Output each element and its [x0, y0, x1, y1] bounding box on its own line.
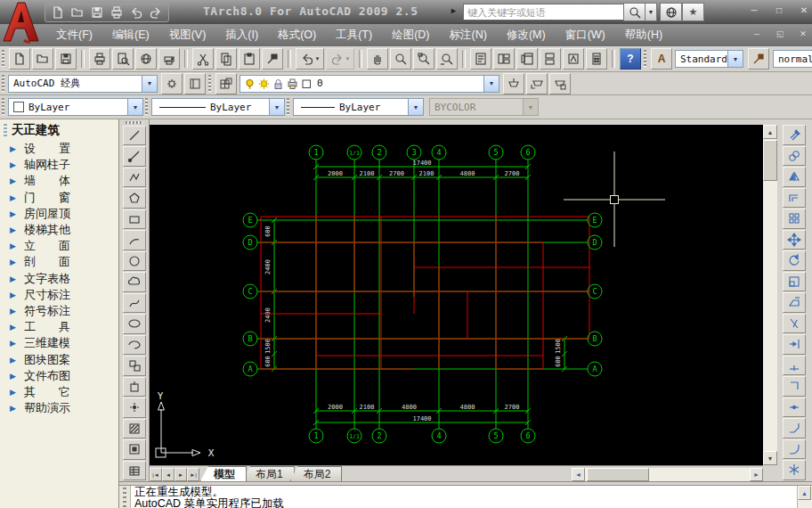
print-preview-button[interactable] [112, 48, 134, 70]
cut-button[interactable] [192, 48, 214, 70]
toolbar-grip[interactable] [2, 98, 4, 116]
match-properties-button[interactable] [262, 48, 283, 70]
communication-center-button[interactable] [660, 3, 682, 21]
doc-close-button[interactable] [794, 28, 812, 40]
doc-restore-button[interactable] [771, 28, 789, 40]
lineweight-select[interactable]: ByLayer [293, 98, 424, 116]
toolbar-grip[interactable] [208, 75, 211, 93]
layer-color-swatch[interactable] [301, 78, 313, 90]
qat-redo-button[interactable] [147, 5, 165, 20]
palette-item[interactable]: ▶墙 体 [0, 173, 118, 189]
palette-item[interactable]: ▶剖 面 [0, 254, 118, 270]
my-workspace-button[interactable] [184, 73, 206, 94]
previous-tab-button[interactable] [162, 468, 175, 481]
array-button[interactable] [783, 209, 806, 229]
menu-文件[interactable]: 文件(F) [46, 25, 102, 45]
autocad-logo[interactable] [0, 0, 41, 45]
markup-set-manager-button[interactable] [563, 48, 584, 70]
point-button[interactable] [123, 397, 146, 418]
zoom-window-button[interactable] [413, 48, 434, 70]
chevron-down-icon[interactable] [142, 76, 157, 92]
design-center-button[interactable] [493, 48, 515, 70]
toolbar-grip[interactable] [287, 98, 289, 116]
make-block-button[interactable] [123, 377, 146, 397]
save-button[interactable] [55, 48, 77, 70]
scroll-left-button[interactable] [572, 468, 585, 481]
text-style-manager-button[interactable]: A [651, 48, 672, 70]
help-button[interactable]: ? [620, 48, 641, 70]
fillet-button[interactable] [783, 439, 806, 460]
arc-button[interactable] [123, 230, 146, 250]
qat-new-button[interactable] [49, 5, 67, 20]
layer-previous-button[interactable] [526, 73, 548, 94]
palette-item[interactable]: ▶轴网柱子 [0, 157, 118, 173]
menu-格式[interactable]: 格式(O) [268, 25, 326, 45]
menu-工具[interactable]: 工具(T) [326, 25, 382, 45]
line-button[interactable] [123, 126, 146, 146]
mirror-button[interactable] [783, 167, 806, 187]
search-input[interactable] [463, 4, 625, 20]
scroll-up-button[interactable] [763, 125, 777, 139]
circle-button[interactable] [123, 251, 146, 272]
publish-button[interactable] [135, 48, 157, 70]
tab-布局1[interactable]: 布局1 [242, 466, 295, 481]
palette-item[interactable]: ▶帮助演示 [0, 400, 118, 416]
insert-block-button[interactable] [123, 356, 146, 376]
menu-插入[interactable]: 插入(I) [215, 25, 268, 45]
zoom-previous-button[interactable] [436, 48, 458, 70]
table-button[interactable] [123, 461, 146, 481]
menu-绘图[interactable]: 绘图(D) [382, 25, 439, 45]
layer-states-manager-button[interactable] [549, 73, 571, 94]
scroll-thumb[interactable] [763, 140, 777, 181]
maximize-button[interactable] [769, 4, 789, 18]
hatch-button[interactable] [123, 419, 146, 439]
open-button[interactable] [32, 48, 53, 70]
palette-item[interactable]: ▶立 面 [0, 238, 118, 254]
layer-on-icon[interactable] [244, 78, 256, 90]
qat-print-button[interactable] [108, 5, 126, 20]
copy-button[interactable] [215, 48, 237, 70]
menu-标注[interactable]: 标注(N) [440, 25, 497, 45]
chevron-down-icon[interactable] [483, 76, 499, 92]
scroll-right-button[interactable] [750, 468, 763, 481]
palette-grip[interactable] [4, 124, 7, 137]
qat-undo-button[interactable] [127, 5, 145, 20]
ellipse-button[interactable] [123, 314, 146, 334]
move-button[interactable] [783, 230, 806, 250]
offset-button[interactable] [783, 188, 806, 209]
toolbar-grip[interactable] [644, 50, 646, 68]
layer-properties-manager-button[interactable] [215, 73, 237, 94]
quick-calc-button[interactable] [586, 48, 607, 70]
polyline-button[interactable] [123, 168, 146, 188]
palette-header[interactable]: 天正建筑 [0, 119, 118, 141]
extend-button[interactable] [783, 334, 806, 355]
layer-lock-icon[interactable] [272, 78, 284, 90]
copy-object-button[interactable] [783, 146, 806, 167]
palette-item[interactable]: ▶其 它 [0, 384, 118, 400]
next-tab-button[interactable] [175, 468, 187, 481]
command-scroll-up-button[interactable] [798, 486, 811, 500]
join-button[interactable] [783, 397, 806, 418]
palette-item[interactable]: ▶设 置 [0, 141, 118, 157]
menu-窗口[interactable]: 窗口(W) [556, 25, 615, 45]
last-tab-button[interactable] [187, 468, 199, 481]
qat-open-button[interactable] [69, 5, 86, 20]
palette-item[interactable]: ▶房间屋顶 [0, 206, 118, 222]
palette-item[interactable]: ▶尺寸标注 [0, 287, 118, 303]
palette-item[interactable]: ▶工 具 [0, 319, 118, 335]
chevron-down-icon[interactable] [727, 51, 743, 67]
undo-button[interactable]: ▼ [296, 48, 324, 70]
chevron-down-icon[interactable] [408, 99, 423, 115]
layer-plot-icon[interactable] [287, 78, 298, 90]
chevron-down-icon[interactable] [127, 99, 142, 115]
palette-item[interactable]: ▶门 窗 [0, 190, 118, 206]
make-object-layer-current-button[interactable] [503, 73, 524, 94]
qat-save-button[interactable] [88, 5, 106, 20]
rectangle-button[interactable] [123, 209, 146, 230]
palette-item[interactable]: ▶文件布图 [0, 368, 118, 384]
scroll-track[interactable] [585, 468, 750, 481]
color-select[interactable]: ByLayer [8, 98, 143, 116]
command-grip[interactable] [119, 486, 131, 508]
region-button[interactable] [123, 439, 146, 460]
chevron-down-icon[interactable]: ▼ [345, 56, 351, 61]
